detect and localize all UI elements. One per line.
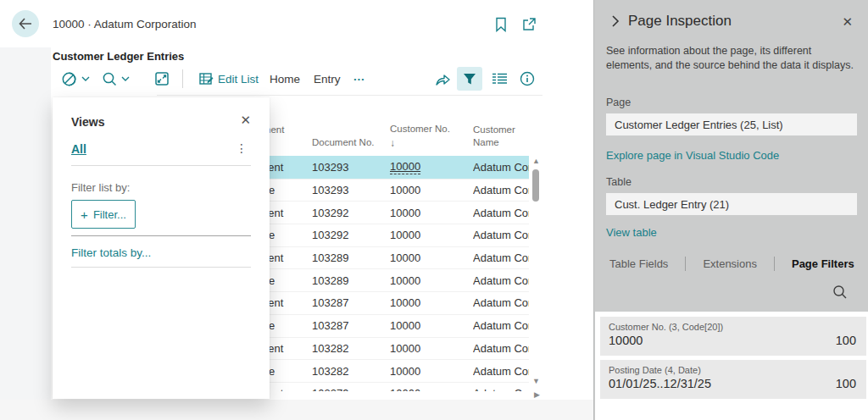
cell-customer-no: 10000 <box>390 387 473 391</box>
filter-list-by-label: Filter list by: <box>71 181 130 194</box>
cell-customer-name: Adatum Corporation <box>473 229 529 241</box>
views-title: Views <box>71 115 104 129</box>
layout-icon <box>154 71 170 86</box>
filter-button[interactable] <box>457 67 482 91</box>
ellipsis-icon: ··· <box>353 73 365 86</box>
page-filters-list: Customer No. (3, Code[20]) 10000 100 Pos… <box>595 312 868 420</box>
menu-entry[interactable]: Entry <box>314 66 341 91</box>
filter-value: 01/01/25..12/31/25 <box>609 377 711 390</box>
share-button[interactable] <box>430 67 455 91</box>
cell-document-no: 103293 <box>312 161 390 174</box>
table-value-field: Cust. Ledger Entry (21) <box>606 193 857 215</box>
cell-customer-no: 10000 <box>390 296 473 309</box>
cell-customer-no: 10000 <box>390 229 473 241</box>
sort-descending-icon: ↓ <box>390 136 473 150</box>
edit-list-label: Edit List <box>218 73 259 86</box>
cell-customer-name: Adatum Corporation <box>473 207 529 219</box>
list-icon <box>492 73 507 85</box>
filter-card-customer-no[interactable]: Customer No. (3, Code[20]) 10000 100 <box>600 317 866 356</box>
cell-document-no: 103287 <box>312 296 390 309</box>
view-table-link[interactable]: View table <box>606 226 657 239</box>
chevron-down-icon <box>81 76 90 81</box>
cell-document-no: 103289 <box>312 251 390 264</box>
vertical-scrollbar-thumb[interactable] <box>532 169 539 202</box>
filter-totals-by-link[interactable]: Filter totals by... <box>71 246 151 259</box>
switch-layout-button[interactable] <box>154 66 170 91</box>
col-header-customer-no[interactable]: Customer No. ↓ <box>390 123 473 156</box>
toolbar-separator <box>182 69 183 88</box>
cell-customer-name: Adatum Corporation <box>473 387 529 391</box>
col-header-customer-name[interactable]: Customer Name <box>473 124 529 156</box>
cell-customer-name: Adatum Corporation <box>473 342 529 355</box>
back-button[interactable] <box>12 10 39 37</box>
search-filters-icon[interactable] <box>832 285 848 300</box>
customer-no-link[interactable]: 10000 <box>390 161 420 174</box>
scroll-right-icon[interactable]: ▶ <box>534 391 540 399</box>
search-button[interactable] <box>102 66 130 91</box>
grid-top-border <box>157 95 542 96</box>
open-in-new-window-icon[interactable] <box>521 17 538 34</box>
collapse-panel-chevron-icon[interactable] <box>606 14 625 28</box>
inspection-tabs: Table Fields Extensions Page Filters <box>609 257 854 271</box>
filter-count: 100 <box>836 377 856 390</box>
close-icon[interactable]: ✕ <box>240 113 251 128</box>
scroll-down-icon[interactable]: ▼ <box>532 378 540 385</box>
tab-separator <box>685 257 686 271</box>
more-options-button[interactable]: ··· <box>353 66 365 91</box>
cell-customer-no: 10000 <box>390 251 473 264</box>
back-arrow-icon <box>19 18 32 30</box>
page-label: Page <box>606 97 631 108</box>
tab-extensions[interactable]: Extensions <box>703 257 757 270</box>
edit-list-button[interactable]: Edit List <box>199 66 259 91</box>
close-icon[interactable]: ✕ <box>842 14 853 30</box>
list-view-icon-button[interactable] <box>487 67 512 91</box>
menu-home[interactable]: Home <box>270 66 300 91</box>
cell-customer-name: Adatum Corporation <box>473 184 529 196</box>
cell-customer-no: 10000 <box>390 342 473 355</box>
filter-icon <box>463 73 476 86</box>
cell-customer-name: Adatum Corporation <box>473 296 529 309</box>
cell-customer-name: Adatum Corporation <box>473 365 529 378</box>
explore-page-link[interactable]: Explore page in Visual Studio Code <box>606 149 779 162</box>
bookmark-icon[interactable] <box>494 17 511 34</box>
tab-separator <box>774 257 775 271</box>
views-filter-pane: Views ✕ All ⋮ Filter list by: + Filter..… <box>53 97 270 399</box>
kebab-menu-icon[interactable]: ⋮ <box>236 141 248 155</box>
scroll-up-icon[interactable]: ▲ <box>532 158 540 165</box>
info-icon <box>520 71 535 86</box>
app-header: 10000 · Adatum Corporation <box>0 0 593 47</box>
cell-customer-no: 10000 <box>390 274 473 287</box>
cell-document-no: 103292 <box>312 207 390 219</box>
filter-name: Posting Date (4, Date) <box>609 365 856 375</box>
page-title: Customer Ledger Entries <box>53 50 184 63</box>
screen: 10000 · Adatum Corporation Customer Ledg… <box>0 0 868 420</box>
cell-customer-no: 10000 <box>390 184 473 196</box>
cell-customer-name: Adatum Corporation <box>473 319 529 332</box>
edit-list-icon <box>199 72 214 86</box>
panel-description: See information about the page, its diff… <box>606 44 857 74</box>
cell-document-no: 103292 <box>312 229 390 241</box>
cell-document-no: 103282 <box>312 342 390 355</box>
info-button[interactable] <box>515 67 540 91</box>
filter-value: 10000 <box>609 334 643 347</box>
entry-label: Entry <box>314 73 341 86</box>
panel-title: Page Inspection <box>628 13 732 30</box>
left-margin <box>0 47 51 400</box>
cell-document-no: 103289 <box>312 274 390 287</box>
divider <box>71 267 251 268</box>
add-filter-button[interactable]: + Filter... <box>71 200 136 229</box>
home-label: Home <box>270 73 300 86</box>
tab-page-filters[interactable]: Page Filters <box>792 257 854 270</box>
share-icon <box>435 72 451 86</box>
col-header-document-no[interactable]: Document No. <box>312 136 390 156</box>
analyze-icon <box>61 71 77 87</box>
tab-table-fields[interactable]: Table Fields <box>609 257 668 270</box>
table-label: Table <box>606 176 632 188</box>
cell-document-no: 103279 <box>312 387 390 391</box>
record-title: 10000 · Adatum Corporation <box>53 18 197 30</box>
view-all-link[interactable]: All <box>71 142 86 156</box>
filter-card-posting-date[interactable]: Posting Date (4, Date) 01/01/25..12/31/2… <box>600 360 866 399</box>
filter-name: Customer No. (3, Code[20]) <box>609 322 856 332</box>
cell-customer-no: 10000 <box>390 319 473 332</box>
analyze-views-button[interactable] <box>61 66 90 91</box>
